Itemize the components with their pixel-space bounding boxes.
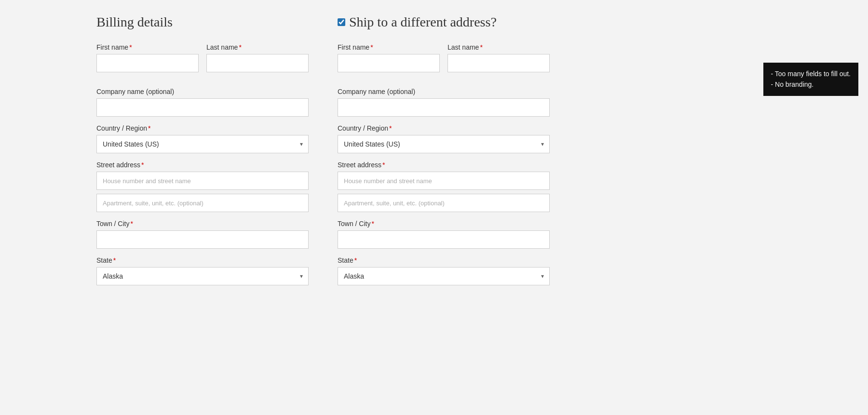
billing-street1-group	[96, 172, 309, 190]
required-star: *	[148, 124, 150, 132]
shipping-company-label: Company name (optional)	[338, 88, 550, 95]
billing-city-label: Town / City*	[96, 220, 309, 228]
tooltip-box: - Too many fields to fill out. - No bran…	[763, 63, 858, 96]
shipping-state-label: State*	[338, 256, 550, 264]
required-star: *	[239, 43, 241, 51]
shipping-state-select[interactable]: Alabama Alaska Arizona Arkansas Californ…	[338, 267, 550, 285]
billing-section: Billing details First name* Last name* C…	[96, 14, 309, 293]
billing-city-input[interactable]	[96, 230, 309, 249]
billing-street2-group	[96, 194, 309, 212]
billing-state-group: State* Alabama Alaska Arizona Arkansas C…	[96, 256, 309, 285]
shipping-title: Ship to a different address?	[349, 14, 497, 30]
billing-last-name-label: Last name*	[206, 43, 309, 51]
billing-state-label: State*	[96, 256, 309, 264]
shipping-street1-group	[338, 172, 550, 190]
ship-to-different-checkbox[interactable]	[338, 18, 345, 26]
billing-first-name-label: First name*	[96, 43, 199, 51]
shipping-street2-group	[338, 194, 550, 212]
shipping-country-group: Country / Region* United States (US) Can…	[338, 124, 550, 153]
ship-header: Ship to a different address?	[338, 14, 550, 30]
billing-street2-input[interactable]	[96, 194, 309, 212]
shipping-first-name-label: First name*	[338, 43, 440, 51]
shipping-street-group: Street address*	[338, 161, 550, 212]
required-star: *	[113, 256, 116, 264]
billing-country-select-wrapper: United States (US) Canada United Kingdom	[96, 135, 309, 153]
billing-country-select[interactable]: United States (US) Canada United Kingdom	[96, 135, 309, 153]
billing-last-name-group: Last name*	[206, 43, 309, 72]
required-star: *	[480, 43, 482, 51]
shipping-country-label: Country / Region*	[338, 124, 550, 132]
shipping-street2-input[interactable]	[338, 194, 550, 212]
billing-city-group: Town / City*	[96, 220, 309, 249]
billing-first-name-input[interactable]	[96, 54, 199, 72]
billing-country-group: Country / Region* United States (US) Can…	[96, 124, 309, 153]
required-star: *	[129, 43, 132, 51]
shipping-first-name-input[interactable]	[338, 54, 440, 72]
shipping-state-group: State* Alabama Alaska Arizona Arkansas C…	[338, 256, 550, 285]
required-star: *	[371, 220, 374, 228]
billing-company-label: Company name (optional)	[96, 88, 309, 95]
billing-company-input[interactable]	[96, 98, 309, 117]
billing-last-name-input[interactable]	[206, 54, 309, 72]
shipping-street1-input[interactable]	[338, 172, 550, 190]
shipping-city-group: Town / City*	[338, 220, 550, 249]
shipping-country-select-wrapper: United States (US) Canada United Kingdom	[338, 135, 550, 153]
shipping-last-name-group: Last name*	[448, 43, 550, 72]
tooltip-line1: - Too many fields to fill out.	[771, 68, 851, 79]
billing-street-group: Street address*	[96, 161, 309, 212]
shipping-city-label: Town / City*	[338, 220, 550, 228]
billing-state-select-wrapper: Alabama Alaska Arizona Arkansas Californ…	[96, 267, 309, 285]
required-star: *	[354, 256, 357, 264]
shipping-company-group: Company name (optional)	[338, 88, 550, 117]
shipping-city-input[interactable]	[338, 230, 550, 249]
billing-state-select[interactable]: Alabama Alaska Arizona Arkansas Californ…	[96, 267, 309, 285]
billing-street1-input[interactable]	[96, 172, 309, 190]
required-star: *	[382, 161, 385, 169]
shipping-state-select-wrapper: Alabama Alaska Arizona Arkansas Californ…	[338, 267, 550, 285]
required-star: *	[141, 161, 144, 169]
billing-company-group: Company name (optional)	[96, 88, 309, 117]
billing-title: Billing details	[96, 14, 309, 30]
required-star: *	[370, 43, 373, 51]
required-star: *	[130, 220, 133, 228]
shipping-last-name-label: Last name*	[448, 43, 550, 51]
billing-country-label: Country / Region*	[96, 124, 309, 132]
required-star: *	[389, 124, 392, 132]
shipping-street-label: Street address*	[338, 161, 550, 169]
shipping-last-name-input[interactable]	[448, 54, 550, 72]
billing-street-label: Street address*	[96, 161, 309, 169]
shipping-first-name-group: First name*	[338, 43, 440, 72]
shipping-country-select[interactable]: United States (US) Canada United Kingdom	[338, 135, 550, 153]
shipping-company-input[interactable]	[338, 98, 550, 117]
tooltip-line2: - No branding.	[771, 79, 851, 90]
billing-first-name-group: First name*	[96, 43, 199, 72]
shipping-section: Ship to a different address? First name*…	[338, 14, 550, 293]
